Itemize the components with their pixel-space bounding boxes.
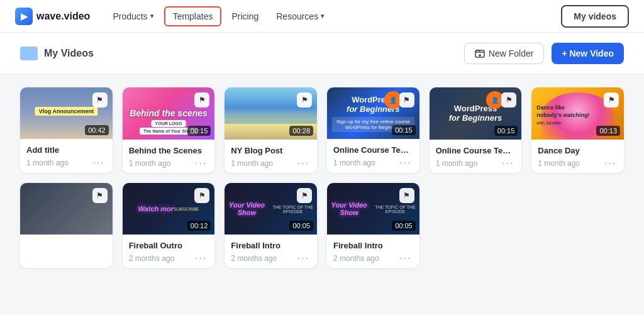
folder-icon — [20, 47, 38, 60]
your-video-show-title: Your Video Show — [225, 201, 269, 216]
card-thumbnail: ⚑00:28 — [225, 87, 317, 140]
card-thumbnail: Watch morSUBSCRIBE⚑00:12 — [123, 183, 215, 235]
card-meta: 1 month ago··· — [538, 158, 618, 169]
card-thumbnail: Dance likenobody's watching!with Jennife… — [531, 87, 624, 140]
card-title: Fireball Intro — [333, 241, 413, 250]
bookmark-icon[interactable]: ⚑ — [92, 92, 108, 108]
bookmark-icon[interactable]: ⚑ — [399, 92, 414, 108]
card-meta: 1 month ago··· — [129, 158, 209, 169]
bookmark-icon[interactable]: ⚑ — [297, 188, 312, 203]
card-date: 2 months ago — [231, 254, 277, 263]
card-thumbnail: Behind the scenesYOUR LOGOThe Name of Yo… — [123, 87, 215, 140]
behind-text: Behind the scenes — [130, 108, 208, 119]
bookmark-icon[interactable]: ⚑ — [297, 92, 312, 108]
card-more-button[interactable]: ··· — [398, 157, 413, 169]
card-meta: 1 month ago··· — [231, 158, 311, 169]
beach-city — [225, 108, 317, 124]
card-meta: 1 month ago··· — [26, 157, 106, 169]
card-date: 1 month ago — [129, 159, 171, 168]
card-info: Dance Day1 month ago··· — [531, 140, 624, 173]
card-thumbnail: 👤WordPressfor Beginners⚑00:15 — [430, 87, 522, 140]
video-card[interactable]: Your Video ShowTHE TOPIC OF THE EPISODE⚑… — [225, 183, 317, 268]
video-card[interactable]: Your Video ShowTHE TOPIC OF THE EPISODE⚑… — [327, 183, 419, 268]
card-more-button[interactable]: ··· — [194, 253, 208, 264]
new-folder-button[interactable]: New Folder — [464, 43, 545, 64]
bookmark-icon[interactable]: ⚑ — [501, 92, 516, 108]
card-more-button[interactable]: ··· — [91, 157, 106, 169]
card-more-button[interactable]: ··· — [194, 158, 208, 169]
video-card[interactable]: Vlog Announcement⚑00:42Add title1 month … — [20, 87, 113, 173]
video-duration: 00:05 — [392, 221, 416, 231]
bookmark-icon[interactable]: ⚑ — [604, 92, 619, 108]
card-date: 1 month ago — [231, 159, 273, 168]
video-card[interactable]: Behind the scenesYOUR LOGOThe Name of Yo… — [123, 87, 215, 173]
your-video-show-sub: THE TOPIC OF THE EPISODE — [371, 205, 419, 214]
video-duration: 00:12 — [187, 221, 211, 231]
your-video-show-sub: THE TOPIC OF THE EPISODE — [269, 205, 317, 214]
video-duration: 00:15 — [187, 126, 211, 136]
card-meta: 1 month ago··· — [333, 157, 413, 169]
bookmark-icon[interactable]: ⚑ — [92, 188, 108, 203]
page-title: My Videos — [44, 48, 94, 59]
card-info: Fireball Intro2 months ago··· — [327, 235, 419, 268]
card-meta: 2 months ago··· — [231, 253, 311, 264]
card-date: 1 month ago — [333, 158, 375, 167]
page-header: My Videos New Folder + New Video — [0, 33, 644, 75]
card-more-button[interactable]: ··· — [501, 158, 515, 169]
card-thumbnail: Your Video ShowTHE TOPIC OF THE EPISODE⚑… — [327, 183, 419, 235]
logo[interactable]: ▶ wave.video — [15, 8, 90, 25]
video-card[interactable]: Dance likenobody's watching!with Jennife… — [531, 87, 624, 173]
header-actions: New Folder + New Video — [464, 43, 624, 64]
nav-products[interactable]: Products ▾ — [105, 8, 161, 25]
nav-templates[interactable]: Templates — [164, 6, 222, 26]
card-title: Dance Day — [538, 146, 618, 155]
new-video-button[interactable]: + New Video — [552, 43, 624, 64]
video-card[interactable]: ⚑ — [20, 183, 113, 268]
card-title: Fireball Outro — [129, 241, 209, 250]
video-duration: 00:15 — [494, 126, 518, 136]
nav-resources[interactable]: Resources ▾ — [269, 8, 332, 25]
card-more-button[interactable]: ··· — [603, 158, 618, 169]
card-title: Online Course Teaser — [436, 146, 516, 155]
card-thumbnail: Vlog Announcement⚑00:42 — [20, 87, 113, 139]
card-info: Online Course Teaser1 month ago··· — [430, 140, 522, 173]
card-meta: 1 month ago··· — [436, 158, 516, 169]
card-title: Online Course Teaser — [333, 145, 413, 155]
fireball-subscribe: SUBSCRIBE — [174, 207, 199, 211]
card-date: 1 month ago — [26, 158, 69, 167]
card-title: Behind the Scenes — [129, 146, 209, 155]
card-more-button[interactable]: ··· — [296, 253, 311, 264]
video-duration: 00:13 — [596, 126, 620, 136]
card-date: 2 months ago — [333, 254, 379, 263]
card-meta: 2 months ago··· — [129, 253, 209, 264]
card-meta: 2 months ago··· — [333, 253, 413, 264]
card-title: NY Blog Post — [231, 146, 311, 155]
card-info: Online Course Teaser1 month ago··· — [327, 139, 419, 172]
video-duration: 00:05 — [289, 221, 313, 231]
video-duration: 00:28 — [289, 126, 313, 136]
card-info: Fireball Intro2 months ago··· — [225, 235, 317, 268]
card-more-button[interactable]: ··· — [296, 158, 311, 169]
bookmark-icon[interactable]: ⚑ — [194, 188, 209, 203]
bookmark-icon[interactable]: ⚑ — [194, 92, 209, 108]
video-card[interactable]: Watch morSUBSCRIBE⚑00:12Fireball Outro2 … — [123, 183, 215, 268]
nav-pricing[interactable]: Pricing — [224, 8, 266, 25]
brand-name: wave.video — [36, 11, 90, 22]
bookmark-icon[interactable]: ⚑ — [399, 188, 414, 203]
card-title: Fireball Intro — [231, 241, 311, 250]
video-card[interactable]: ⚑00:28NY Blog Post1 month ago··· — [225, 87, 317, 173]
card-info: Add title1 month ago··· — [20, 139, 113, 172]
card-date: 1 month ago — [436, 159, 478, 168]
your-video-show-title: Your Video Show — [327, 201, 371, 216]
vlog-label: Vlog Announcement — [35, 107, 97, 116]
video-card[interactable]: 👤WordPressfor Beginners⚑00:15Online Cour… — [430, 87, 522, 173]
my-videos-button[interactable]: My videos — [561, 5, 629, 28]
page-title-section: My Videos — [20, 47, 94, 60]
card-info: Fireball Outro2 months ago··· — [123, 235, 215, 268]
card-info: Behind the Scenes1 month ago··· — [123, 140, 215, 173]
video-grid: Vlog Announcement⚑00:42Add title1 month … — [0, 75, 644, 280]
card-date: 1 month ago — [538, 159, 580, 168]
logo-icon: ▶ — [15, 8, 33, 25]
card-more-button[interactable]: ··· — [398, 253, 413, 264]
video-card[interactable]: 👤WordPressfor BeginnersSign up for my fr… — [327, 87, 419, 173]
